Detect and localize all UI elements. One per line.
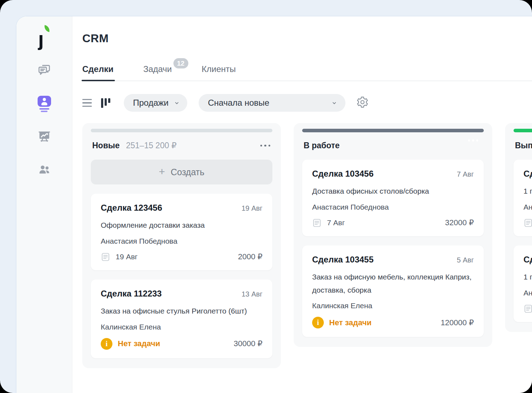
column-title: В работе [304, 141, 340, 150]
task-note-icon [523, 218, 532, 228]
deal-amount: 2000 ₽ [238, 252, 262, 261]
tab-deals[interactable]: Сделки [82, 64, 113, 74]
jivo-logo[interactable]: ȷ [35, 25, 53, 52]
task-date: 7 Авг [327, 218, 345, 227]
plus-icon: + [159, 166, 165, 177]
no-task-label: Нет задачи [329, 318, 372, 327]
task-date: 19 Авг [116, 253, 138, 261]
deal-card[interactable]: Сд 1 г Ан [514, 160, 532, 236]
sidebar-item-crm[interactable] [35, 94, 54, 114]
page-title: CRM [82, 32, 532, 45]
column-color-bar [91, 129, 272, 132]
column-range: 251–15 200 ₽ [126, 141, 177, 150]
deal-title: Сделка 112233 [101, 289, 162, 299]
deal-description: 1 г [523, 185, 532, 198]
info-warning-icon: i [312, 317, 324, 328]
deal-date: 13 Авг [242, 290, 262, 298]
kanban-view-button[interactable] [92, 98, 110, 108]
deal-amount: 120000 ₽ [440, 318, 474, 327]
deal-amount: 30000 ₽ [234, 339, 262, 348]
deal-description: Оформление доставки заказа [101, 219, 262, 232]
column-menu-button[interactable] [260, 143, 271, 149]
deal-date: 5 Авг [457, 256, 474, 264]
chevron-down-icon [174, 100, 179, 106]
deal-card[interactable]: Сделка 123456 19 Авг Оформление доставки… [91, 194, 272, 270]
sort-filter-dropdown[interactable]: Сначала новые [199, 94, 345, 112]
deal-card[interactable]: Сделка 103455 5 Авг Заказ на офисную меб… [302, 245, 484, 337]
kanban-board: Новые 251–15 200 ₽ + Создать Сделка 1234… [82, 123, 532, 368]
deal-date: 19 Авг [242, 204, 262, 212]
column-color-bar [302, 129, 484, 132]
team-icon [38, 163, 51, 178]
deal-card[interactable]: Сд 1 г Ан [514, 245, 532, 322]
chevron-down-icon [332, 100, 337, 106]
deal-contact: Анастасия Победнова [101, 237, 262, 245]
deal-description: Заказ на офисные стулья Риголетто (6шт) [101, 305, 262, 318]
deal-card[interactable]: Сделка 112233 13 Авг Заказ на офисные ст… [91, 279, 272, 358]
toolbar: Продажи Сначала новые [82, 94, 532, 112]
tab-bar: Сделки Задачи 12 Клиенты [82, 64, 532, 81]
deal-date: 7 Авг [457, 170, 474, 178]
main-area: CRM Сделки Задачи 12 Клиенты [72, 16, 532, 393]
deal-contact: Ан [523, 289, 532, 297]
create-deal-button[interactable]: + Создать [91, 160, 272, 184]
column-title: Вып [515, 141, 532, 150]
task-note-icon [101, 252, 110, 262]
deal-title: Сд [523, 255, 532, 265]
sort-filter-value: Сначала новые [208, 98, 269, 108]
tab-tasks[interactable]: Задачи 12 [143, 64, 172, 74]
column-new: Новые 251–15 200 ₽ + Создать Сделка 1234… [82, 123, 281, 368]
deal-contact: Анастасия Победнова [312, 203, 474, 211]
info-warning-icon: i [101, 338, 112, 350]
list-view-icon [82, 99, 92, 107]
deal-description: Доставка офисных столов/сборка [312, 185, 474, 198]
deal-amount: 32000 ₽ [445, 218, 474, 227]
analytics-board-icon [37, 129, 51, 145]
chats-icon [37, 63, 51, 78]
column-menu-button[interactable] [467, 137, 479, 144]
column-title: Новые [92, 141, 120, 150]
no-task-label: Нет задачи [118, 339, 160, 348]
pipeline-filter-value: Продажи [133, 98, 168, 108]
deal-contact: Калинская Елена [101, 323, 262, 331]
column-color-bar [514, 129, 532, 132]
deal-title: Сделка 103456 [312, 169, 373, 179]
tasks-count-badge: 12 [173, 58, 188, 68]
column-in-progress: В работе Сделка 103456 7 Авг Доставка оф… [294, 123, 492, 347]
app-screen: ȷ [0, 0, 532, 393]
deal-card[interactable]: Сделка 103456 7 Авг Доставка офисных сто… [302, 160, 484, 236]
deal-title: Сд [523, 169, 532, 179]
list-view-button[interactable] [82, 99, 92, 107]
pipeline-filter-dropdown[interactable]: Продажи [124, 94, 187, 112]
task-note-icon [312, 218, 322, 228]
deal-contact: Калинская Елена [312, 301, 474, 310]
sidebar-item-team[interactable] [35, 161, 54, 180]
deal-description: 1 г [523, 271, 532, 284]
crm-window: ȷ [16, 16, 532, 393]
gear-icon [356, 96, 369, 109]
board-settings-button[interactable] [356, 96, 369, 110]
logo-leaf-icon [43, 25, 50, 32]
tab-clients[interactable]: Клиенты [202, 64, 236, 74]
logo-letter: ȷ [38, 28, 44, 49]
sidebar: ȷ [16, 16, 72, 393]
sidebar-item-chats[interactable] [35, 61, 54, 80]
deal-title: Сделка 123456 [101, 203, 162, 213]
task-note-icon [523, 304, 532, 314]
crm-contacts-icon [38, 96, 51, 112]
deal-description: Заказ на офисную мебель, коллекция Капри… [312, 271, 474, 297]
sidebar-item-analytics[interactable] [35, 128, 54, 147]
deal-title: Сделка 103455 [312, 255, 373, 265]
column-done: Вып Сд 1 г Ан [505, 123, 532, 332]
kanban-view-icon [101, 98, 110, 108]
deal-contact: Ан [523, 203, 532, 211]
